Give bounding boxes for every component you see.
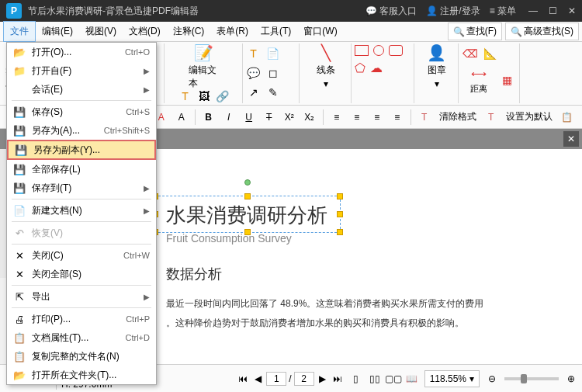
add-image-icon[interactable]: 🖼 bbox=[196, 88, 213, 105]
menu-open-from[interactable]: 📁打开自(F)▶ bbox=[7, 61, 156, 80]
find-button[interactable]: 🔍查找(F) bbox=[448, 23, 502, 40]
last-page-icon[interactable]: ⏭ bbox=[331, 373, 344, 385]
menu-open[interactable]: 📂打开(O)...Ctrl+O bbox=[7, 43, 156, 61]
close-button[interactable]: ✕ bbox=[568, 5, 576, 16]
lines-button[interactable]: ╲线条 ▾ bbox=[310, 45, 341, 88]
doc-subheading: Fruit Consumption Survey bbox=[166, 232, 559, 245]
align-right-button[interactable]: ≡ bbox=[369, 109, 386, 126]
menu-save[interactable]: 💾保存(S)Ctrl+S bbox=[7, 102, 156, 121]
measure-icon[interactable]: 📐 bbox=[482, 45, 499, 62]
menu-doc-props[interactable]: 📋文档属性(T)...Ctrl+D bbox=[7, 328, 156, 347]
menu-copy-filename[interactable]: 📋复制完整的文件名(N) bbox=[7, 347, 156, 366]
properties-icon: 📋 bbox=[13, 331, 26, 344]
advanced-find-button[interactable]: 🔍高级查找(S) bbox=[505, 23, 579, 40]
set-default-button[interactable]: 设置为默认 bbox=[503, 110, 556, 123]
cloud-shape-icon[interactable]: ☁ bbox=[370, 61, 383, 75]
indent-button[interactable]: T bbox=[416, 109, 433, 126]
save-format-icon[interactable]: T bbox=[483, 109, 500, 126]
underline-button[interactable]: U bbox=[241, 109, 258, 126]
restore-icon: ↶ bbox=[13, 227, 26, 239]
area-icon[interactable]: ▦ bbox=[499, 71, 516, 88]
layout-book-icon[interactable]: 📖 bbox=[406, 373, 418, 385]
rotation-handle[interactable] bbox=[244, 179, 251, 186]
resize-handle[interactable] bbox=[244, 193, 251, 199]
print-icon: 🖨 bbox=[13, 313, 26, 325]
roundrect-shape-icon[interactable] bbox=[389, 45, 403, 56]
login-link[interactable]: 👤 注册/登录 bbox=[426, 5, 480, 18]
polygon-shape-icon[interactable]: ⬠ bbox=[355, 61, 365, 75]
next-page-icon[interactable]: ▶ bbox=[317, 373, 329, 385]
menu-save-to[interactable]: 💾保存到(T)▶ bbox=[7, 179, 156, 197]
stamp-button[interactable]: 👤图章 ▾ bbox=[421, 45, 452, 88]
align-justify-button[interactable]: ≡ bbox=[389, 109, 406, 126]
zoom-combo-status[interactable]: 118.55% ▾ bbox=[424, 370, 480, 387]
menu-tools[interactable]: 工具(T) bbox=[255, 22, 297, 41]
zoom-slider[interactable] bbox=[504, 377, 559, 380]
menu-save-as[interactable]: 💾另存为(A)...Ctrl+Shift+S bbox=[7, 121, 156, 140]
window-title: 节后水果消费调研-背景色迅捷PDF编辑器 bbox=[28, 5, 365, 18]
layout-facing-icon[interactable]: ▢▢ bbox=[387, 373, 400, 385]
menu-form[interactable]: 表单(R) bbox=[210, 22, 255, 41]
note-icon[interactable]: 📄 bbox=[265, 45, 282, 62]
menu-open-folder[interactable]: 📂打开所在文件夹(T)... bbox=[7, 366, 156, 384]
add-text-icon[interactable]: T bbox=[177, 88, 194, 105]
edit-text-button[interactable]: 📝编辑文本 bbox=[189, 45, 220, 88]
highlight-icon[interactable]: T bbox=[245, 45, 262, 62]
menu-document[interactable]: 文档(D) bbox=[123, 22, 167, 41]
circle-shape-icon[interactable] bbox=[373, 45, 384, 56]
zoom-out-button[interactable]: ⊖ bbox=[486, 373, 498, 385]
callout-icon[interactable]: 💬 bbox=[245, 64, 262, 82]
menu-save-copy[interactable]: 💾另存为副本(Y)... bbox=[7, 140, 156, 160]
new-doc-icon: 📄 bbox=[13, 204, 26, 217]
title-bar: P 节后水果消费调研-背景色迅捷PDF编辑器 💬 客服入口 👤 注册/登录 ≡ … bbox=[0, 0, 582, 22]
pencil-icon[interactable]: ✎ bbox=[265, 84, 282, 101]
menu-new-doc[interactable]: 📄新建文档(N)▶ bbox=[7, 201, 156, 220]
link-icon[interactable]: 🔗 bbox=[214, 88, 231, 105]
menu-save-all[interactable]: 💾全部保存(L) bbox=[7, 160, 156, 179]
maximize-button[interactable]: ☐ bbox=[549, 5, 557, 16]
menu-comment[interactable]: 注释(C) bbox=[167, 22, 211, 41]
menu-view[interactable]: 视图(V) bbox=[79, 22, 123, 41]
shape-icon[interactable]: ◻ bbox=[265, 64, 282, 82]
menu-export[interactable]: ⇱导出▶ bbox=[7, 287, 156, 306]
submenu-arrow-icon: ▶ bbox=[144, 85, 150, 94]
zoom-in-button[interactable]: ⊕ bbox=[565, 373, 577, 385]
layout-continuous-icon[interactable]: ▯▯ bbox=[369, 373, 381, 385]
folder-open-icon: 📂 bbox=[13, 46, 26, 58]
total-pages: 2 bbox=[294, 372, 314, 386]
tab-close-button[interactable]: ✕ bbox=[563, 131, 579, 147]
rect-shape-icon[interactable] bbox=[355, 45, 369, 56]
first-page-icon[interactable]: ⏮ bbox=[237, 373, 249, 385]
resize-handle[interactable] bbox=[244, 229, 251, 235]
superscript-button[interactable]: X² bbox=[281, 109, 298, 126]
arrow-icon[interactable]: ↗ bbox=[245, 84, 262, 101]
minimize-button[interactable]: — bbox=[528, 5, 538, 16]
align-left-button[interactable]: ≡ bbox=[328, 109, 345, 126]
strike-button[interactable]: T bbox=[261, 109, 278, 126]
save-icon: 💾 bbox=[13, 106, 26, 118]
menu-edit[interactable]: 编辑(E) bbox=[36, 22, 79, 41]
current-page-input[interactable]: 1 bbox=[266, 372, 286, 386]
menu-close[interactable]: ✕关闭(C)Ctrl+W bbox=[7, 246, 156, 265]
bold-button[interactable]: B bbox=[200, 109, 217, 126]
layout-single-icon[interactable]: ▯ bbox=[350, 373, 362, 385]
doc-heading[interactable]: 水果消费调研分析 bbox=[166, 202, 559, 229]
resize-handle[interactable] bbox=[337, 193, 343, 199]
subscript-button[interactable]: X₂ bbox=[301, 109, 318, 126]
clear-format-button[interactable]: 清除格式 bbox=[436, 110, 480, 123]
menu-session[interactable]: 会话(E)▶ bbox=[7, 80, 156, 99]
menu-close-all[interactable]: ✕关闭全部(S) bbox=[7, 265, 156, 283]
support-link[interactable]: 💬 客服入口 bbox=[365, 5, 417, 18]
menu-file[interactable]: 文件 bbox=[3, 21, 36, 42]
prev-page-icon[interactable]: ◀ bbox=[251, 373, 264, 385]
highlight-color-icon[interactable]: A bbox=[173, 109, 190, 126]
main-menu-link[interactable]: ≡ 菜单 bbox=[490, 5, 516, 18]
copy-format-icon[interactable]: 📋 bbox=[559, 109, 576, 126]
distance-button[interactable]: ⟷距离 bbox=[462, 65, 496, 95]
eraser-icon[interactable]: ⌫ bbox=[462, 45, 479, 62]
menu-print[interactable]: 🖨打印(P)...Ctrl+P bbox=[7, 310, 156, 328]
menu-window[interactable]: 窗口(W) bbox=[297, 22, 343, 41]
italic-button[interactable]: I bbox=[220, 109, 237, 126]
resize-handle[interactable] bbox=[337, 229, 343, 235]
align-center-button[interactable]: ≡ bbox=[348, 109, 365, 126]
